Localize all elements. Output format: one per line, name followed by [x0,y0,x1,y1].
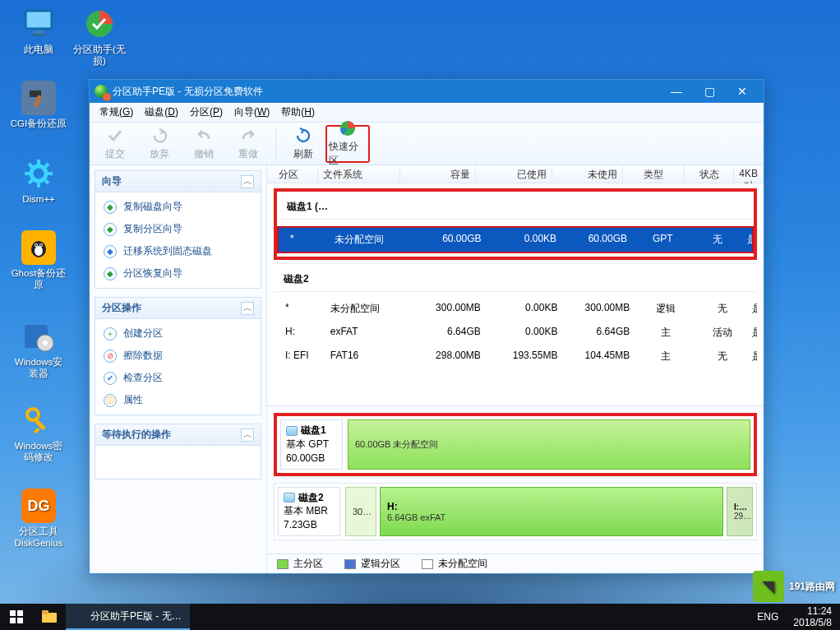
op-properties[interactable]: ⓘ属性 [95,389,261,411]
menu-wizard[interactable]: 向导(W) [229,104,275,121]
partition-table-header: 分区 文件系统 容量 已使用 未使用 类型 状态 4KB对齐 [267,165,764,183]
col-status[interactable]: 状态 [685,165,734,183]
menu-disk[interactable]: 磁盘(D) [140,104,183,121]
main-area: 分区 文件系统 容量 已使用 未使用 类型 状态 4KB对齐 磁盘1 (… * … [267,165,764,573]
op-wipe-data[interactable]: ⊘擦除数据 [95,345,261,367]
disk1-header[interactable]: 磁盘1 (… [277,192,754,220]
disk2-map[interactable]: 磁盘2 基本 MBR 7.23GB 30… H:6.64GB exFAT I:…… [274,483,757,540]
pending-panel-header[interactable]: 等待执行的操作︿ [95,424,261,446]
windows-cd-icon [21,319,56,354]
label: 分区助手(无损) [71,44,128,67]
disk2-seg-h[interactable]: H:6.64GB exFAT [380,487,723,536]
undo-arrow-icon [150,127,168,145]
disk-icon [284,493,295,503]
refresh-icon [294,127,312,145]
erase-icon: ⊘ [104,350,117,363]
col-type[interactable]: 类型 [623,165,685,183]
separator [275,129,276,159]
tray-clock[interactable]: 11:24 2018/5/8 [785,605,840,629]
label: 分区工具DiskGenius [10,526,67,549]
start-button[interactable] [0,604,33,630]
svg-rect-29 [10,610,16,616]
titlebar[interactable]: 分区助手PE版 - 无损分区免费软件 — ▢ ✕ [90,80,764,103]
svg-point-25 [27,409,39,420]
window-title: 分区助手PE版 - 无损分区免费软件 [113,85,660,99]
table-row[interactable]: *未分配空间300.00MB0.00KB300.00MB逻辑无是 [274,297,757,321]
legend-free: 未分配空间 [422,557,487,571]
desktop-icon-dism[interactable]: Dism++ [10,156,67,206]
maximize-button[interactable]: ▢ [693,81,726,101]
ops-panel-header[interactable]: 分区操作︿ [95,298,261,319]
disk2-header[interactable]: 磁盘2 [274,263,757,292]
chevron-up-icon[interactable]: ︿ [241,302,254,315]
disk1-row-selected[interactable]: * 未分配空间 60.00GB 0.00KB 60.00GB GPT 无 是 [277,226,754,253]
chevron-up-icon[interactable]: ︿ [241,175,254,188]
refresh-button[interactable]: 刷新 [281,125,325,163]
disk2-info: 磁盘2 基本 MBR 7.23GB [278,487,340,536]
disk1-seg-unallocated[interactable]: 60.00GB 未分配空间 [348,419,750,469]
taskbar-explorer[interactable] [33,604,66,630]
col-used[interactable]: 已使用 [476,165,552,183]
svg-line-15 [29,180,32,183]
tray-lang[interactable]: ENG [750,604,785,630]
chevron-up-icon[interactable]: ︿ [241,428,254,442]
disk2-seg-i[interactable]: I:…29… [727,487,753,536]
menu-partition[interactable]: 分区(P) [185,104,228,121]
svg-rect-3 [30,34,47,36]
table-row[interactable]: I: EFIFAT16298.00MB193.55MB104.45MB主无是 [274,345,757,368]
desktop-icon-partition-assist[interactable]: 分区助手(无损) [71,7,128,67]
plus-icon: ＋ [104,327,117,340]
menu-general[interactable]: 常规(G) [95,104,138,121]
desktop-icon-cgi-backup[interactable]: CGI备份还原 [10,81,67,130]
svg-point-20 [35,244,37,246]
op-create-partition[interactable]: ＋创建分区 [95,322,261,345]
desktop-icon-win-installer[interactable]: Windows安装器 [10,319,67,380]
discard-button[interactable]: 放弃 [137,125,182,163]
watermark-logo: ◥ [753,571,784,602]
menubar: 常规(G) 磁盘(D) 分区(P) 向导(W) 帮助(H) [90,103,764,123]
desktop-icon-win-password[interactable]: Windows密码修改 [10,403,67,464]
penguin-icon [21,230,56,265]
wizard-migrate-ssd[interactable]: ◆迁移系统到固态磁盘 [95,240,261,262]
wizard-copy-disk[interactable]: ◆复制磁盘向导 [95,196,261,218]
col-free[interactable]: 未使用 [552,165,624,183]
diskgenius-icon: DG [21,489,56,523]
svg-rect-1 [27,12,50,27]
table-row[interactable]: H:exFAT6.64GB0.00KB6.64GB主活动是 [274,321,757,345]
desktop-icon-diskgenius[interactable]: DG 分区工具DiskGenius [10,489,67,549]
label: Ghost备份还原 [10,268,67,291]
close-button[interactable]: ✕ [726,81,759,101]
label: CGI备份还原 [10,118,67,130]
minimize-button[interactable]: — [660,81,693,101]
op-check-partition[interactable]: ✔检查分区 [95,367,261,389]
shield-icon: ◆ [104,201,117,214]
svg-rect-26 [32,417,45,430]
wizard-recover[interactable]: ◆分区恢复向导 [95,262,261,285]
redo-button[interactable]: 重做 [226,125,270,163]
col-align[interactable]: 4KB对齐 [734,165,764,183]
taskbar-app[interactable]: 分区助手PE版 - 无… [66,604,190,630]
undo-button[interactable]: 撤销 [182,125,226,163]
col-partition[interactable]: 分区 [267,165,318,183]
disk1-group: 磁盘1 (… * 未分配空间 60.00GB 0.00KB 60.00GB GP… [274,188,757,260]
ops-panel: 分区操作︿ ＋创建分区 ⊘擦除数据 ✔检查分区 ⓘ属性 [95,297,261,415]
disk1-map[interactable]: 磁盘1 基本 GPT 60.00GB 60.00GB 未分配空间 [274,413,757,475]
desktop-icon-this-pc[interactable]: 此电脑 [10,7,67,56]
svg-point-21 [40,244,42,246]
wizard-copy-partition[interactable]: ◆复制分区向导 [95,218,261,240]
quick-partition-button[interactable]: 快速分区 [325,125,370,163]
disk2-seg-unalloc[interactable]: 30… [345,487,376,536]
svg-rect-32 [17,618,23,623]
label: Windows安装器 [10,357,67,380]
desktop-icon-ghost[interactable]: Ghost备份还原 [10,230,67,291]
commit-button[interactable]: 提交 [93,125,137,163]
label: 此电脑 [10,44,67,56]
svg-rect-2 [34,30,44,34]
col-capacity[interactable]: 容量 [400,165,476,183]
wizard-panel-header[interactable]: 向导︿ [95,171,261,192]
disk2-group: 磁盘2 *未分配空间300.00MB0.00KB300.00MB逻辑无是 H:e… [274,263,757,368]
gear-icon [21,156,56,191]
menu-help[interactable]: 帮助(H) [276,104,320,121]
col-filesystem[interactable]: 文件系统 [318,165,400,183]
legend: 主分区 逻辑分区 未分配空间 [267,554,764,573]
